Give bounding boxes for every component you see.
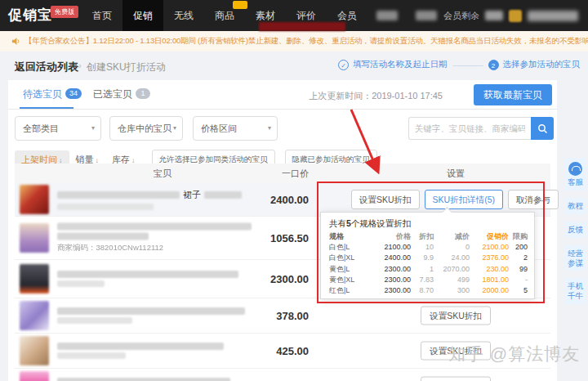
nav-item-blurred[interactable] [416, 11, 437, 20]
business-advisor-button[interactable]: 经营参谋 [564, 245, 586, 271]
app-logo[interactable]: 促销宝 [8, 6, 52, 25]
row-sku-actions: 设置SKU折扣 SKU折扣详情(5) 取消参与 [351, 190, 559, 209]
product-info [57, 268, 238, 289]
table-row[interactable]: 7844.00 设置SKU折扣 [15, 369, 550, 381]
blurred-title [57, 271, 238, 278]
sku-discount: 7.83 [411, 275, 434, 285]
sku-spec: 黄色|L [329, 264, 372, 275]
cancel-participation-button[interactable]: 取消参与 [508, 190, 559, 209]
mobile-qianniu-button[interactable]: 手机千牛 [564, 278, 586, 304]
sku-cut: 24.00 [434, 253, 470, 263]
blurred-subtitle [57, 317, 132, 324]
set-sku-discount-button[interactable]: 设置SKU折扣 [421, 377, 491, 381]
nav-item-blurred[interactable] [376, 11, 398, 20]
warehouse-select-value: 仓库中的宝贝 [118, 123, 172, 133]
nav-item-goods-label: 商品 [215, 10, 234, 21]
breadcrumb-separator: › [78, 61, 82, 70]
sku-discount-detail-button[interactable]: SKU折扣详情(5) [425, 190, 503, 209]
last-update-time: 上次更新时间：2019-01-10 17:45 [309, 90, 443, 102]
sku-limit: 2 [509, 253, 528, 263]
title-fragment: 裙子 [183, 189, 201, 201]
tab-selected-items[interactable]: 已选宝贝1 [93, 80, 150, 109]
product-image [20, 336, 49, 365]
tab-candidate-items[interactable]: 待选宝贝34 [23, 80, 82, 109]
product-info: 商家编码：382010CNw112112 [57, 221, 252, 256]
customer-service-button[interactable]: 客服 [564, 158, 586, 190]
sku-cut: 0 [434, 242, 470, 253]
sku-price: 2300.00 [372, 264, 411, 275]
item-price: 1056.50 [235, 232, 309, 244]
set-sku-discount-button[interactable]: 设置SKU折扣 [421, 307, 491, 325]
tab-selected-label: 已选宝贝 [93, 88, 132, 100]
step2-number-icon: 2 [488, 60, 499, 70]
search-input[interactable] [408, 117, 531, 140]
sku-col-cut: 减价 [434, 231, 470, 242]
search-icon [537, 123, 548, 134]
popover-title: 共有5个规格设置折扣 [321, 213, 534, 231]
product-image [20, 223, 49, 253]
col-header-price: 一口价 [243, 164, 309, 183]
step1-label: 填写活动名称及起止日期 [353, 59, 448, 70]
back-to-list-link[interactable]: 返回活动列表 [15, 60, 78, 74]
product-info [57, 340, 224, 361]
nav-item-home[interactable]: 首页 [82, 0, 122, 31]
nav-ribbon-blurred [259, 22, 345, 31]
sku-promo-price: 2000.00 [470, 285, 509, 296]
price-range-select[interactable]: 价格区间 ▾ [193, 116, 278, 141]
tabs-row: 待选宝贝34 已选宝贝1 上次更新时间：2019-01-10 17:45 获取最… [8, 80, 557, 110]
category-select[interactable]: 全部类目 ▾ [15, 116, 101, 141]
float-toolbar: 客服 教程 反馈 经营参谋 手机千牛 [564, 158, 586, 304]
nav-item-wireless[interactable]: 无线 [163, 0, 204, 31]
member-value-blurred [485, 11, 503, 20]
sku-promo-price: 2376.00 [470, 253, 509, 263]
chevron-down-icon: ▾ [268, 117, 271, 140]
feedback-button[interactable]: 反馈 [564, 222, 586, 238]
sort-sales-label: 销量 [76, 155, 94, 164]
sku-discount: 10 [411, 242, 434, 253]
zhihu-watermark: 知乎 @算法博友 [448, 343, 580, 365]
col-header-settings: 设置 [423, 164, 488, 183]
sku-limit: - [509, 275, 528, 285]
sku-limit: 5 [509, 285, 528, 296]
product-info [57, 305, 245, 326]
price-range-select-value: 价格区间 [201, 123, 237, 133]
blurred-title [57, 307, 245, 315]
sku-cut: 2070.00 [434, 264, 470, 275]
sku-limit: 99 [509, 264, 528, 275]
set-sku-discount-button[interactable]: 设置SKU折扣 [351, 190, 420, 209]
table-row[interactable]: 378.00 设置SKU折扣 [15, 298, 550, 334]
step-connector: ———— [453, 61, 483, 69]
top-navbar: 促销宝 免费版 首页 促销 无线 商品 素材 评价 会员 会员剩余 [0, 0, 588, 31]
item-price: 2400.00 [235, 194, 309, 206]
item-price: 378.00 [235, 310, 309, 322]
announcement-text: 【年货合家欢公告】1.12日22:00 - 1.13日02:00期间 (所有营销… [24, 36, 588, 47]
nav-item-goods[interactable]: 商品 [204, 0, 245, 31]
table-header: 宝贝 一口价 设置 [15, 164, 550, 183]
filter-row: 全部类目 ▾ 仓库中的宝贝 ▾ 价格区间 ▾ [8, 116, 557, 141]
sku-price: 2300.00 [372, 275, 411, 285]
announcement-bar: 【年货合家欢公告】1.12日22:00 - 1.13日02:00期间 (所有营销… [0, 31, 588, 52]
product-image [20, 185, 49, 214]
sku-col-discount: 折扣 [411, 231, 434, 242]
blurred-title [57, 233, 149, 240]
chevron-down-icon: ▾ [173, 117, 176, 140]
step1-check-icon: ✓ [338, 60, 349, 70]
blurred-subtitle [57, 352, 126, 359]
sku-promo-price: 1801.00 [470, 275, 509, 285]
sku-detail-popover: 共有5个规格设置折扣 规格 价格 折扣 减价 促销价 限购 白色|L 2100.… [320, 212, 535, 299]
search-button[interactable] [531, 117, 554, 140]
headset-icon [568, 162, 582, 176]
blurred-subtitle [57, 280, 105, 287]
speaker-icon [11, 37, 20, 46]
nav-item-promotion[interactable]: 促销 [122, 0, 163, 31]
warehouse-select[interactable]: 仓库中的宝贝 ▾ [109, 116, 183, 141]
product-image [20, 301, 49, 330]
refresh-items-button[interactable]: 获取最新宝贝 [474, 84, 552, 105]
sku-discount: 8.70 [411, 285, 434, 296]
screenshot-root: 促销宝 免费版 首页 促销 无线 商品 素材 评价 会员 会员剩余 [0, 0, 588, 381]
category-select-value: 全部类目 [23, 123, 59, 133]
tutorial-button[interactable]: 教程 [564, 198, 586, 214]
version-badge: 免费版 [51, 6, 78, 18]
sku-spec: 白色|XL [329, 253, 372, 263]
blurred-title [57, 191, 180, 199]
